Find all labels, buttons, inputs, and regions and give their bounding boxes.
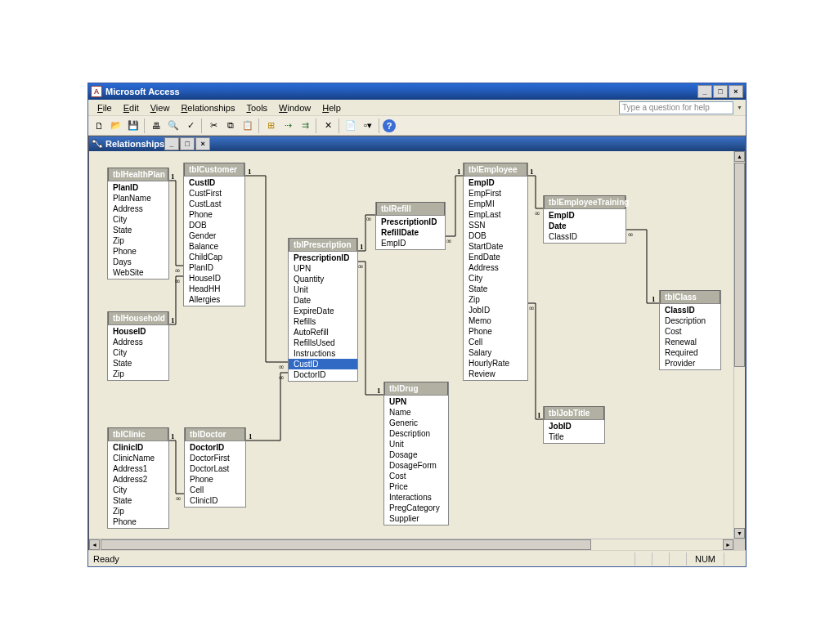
table-field[interactable]: CustFirst: [184, 188, 244, 199]
child-title-bar[interactable]: Relationships _ □ ×: [89, 136, 745, 151]
table-field[interactable]: StartDate: [464, 241, 527, 252]
scroll-thumb-h[interactable]: [101, 539, 591, 550]
table-field[interactable]: CustID: [184, 177, 244, 188]
table-field[interactable]: ExpireDate: [289, 306, 357, 316]
show-direct-icon[interactable]: ⇢: [280, 118, 296, 134]
table-field[interactable]: Generic: [384, 418, 448, 428]
table-field[interactable]: Balance: [184, 241, 244, 252]
table-field[interactable]: City: [108, 214, 168, 225]
table-field[interactable]: Required: [660, 347, 720, 358]
table-field[interactable]: Date: [289, 295, 357, 306]
horizontal-scrollbar[interactable]: ◄ ►: [89, 539, 733, 550]
table-field[interactable]: Price: [384, 481, 448, 492]
minimize-button[interactable]: _: [697, 85, 712, 98]
table-field[interactable]: City: [464, 273, 527, 284]
table-field[interactable]: Unit: [289, 284, 357, 295]
scroll-left-icon[interactable]: ◄: [89, 539, 100, 550]
table-field[interactable]: DOB: [184, 220, 244, 230]
table-field[interactable]: PlanName: [108, 193, 168, 203]
table-field[interactable]: SSN: [464, 220, 527, 230]
table-field[interactable]: Phone: [184, 209, 244, 220]
table-tblDoctor[interactable]: tblDoctorDoctorIDDoctorFirstDoctorLastPh…: [184, 427, 246, 508]
table-field[interactable]: Zip: [108, 506, 168, 517]
table-field[interactable]: DoctorID: [185, 442, 245, 453]
table-field[interactable]: UPN: [289, 263, 357, 274]
table-header[interactable]: tblHealthPlan: [108, 168, 168, 181]
table-header[interactable]: tblJobTitle: [544, 406, 604, 420]
table-field[interactable]: DoctorFirst: [185, 453, 245, 463]
table-field[interactable]: Provider: [660, 358, 720, 369]
menu-edit[interactable]: Edit: [118, 101, 145, 114]
table-tblHousehold[interactable]: tblHouseholdHouseIDAddressCityStateZip: [107, 311, 169, 381]
table-field[interactable]: EmpLast: [464, 209, 527, 220]
table-tblEmployeeTraining[interactable]: tblEmployeeTrainingEmpIDDateClassID: [543, 195, 626, 244]
table-field[interactable]: PlanID: [108, 182, 168, 193]
table-field[interactable]: Cell: [185, 485, 245, 495]
menu-tools[interactable]: Tools: [240, 101, 273, 114]
table-field[interactable]: HourlyRate: [464, 358, 527, 369]
table-field[interactable]: Memo: [464, 315, 527, 326]
relationships-canvas[interactable]: 1 ∞ 1 ∞ 1 ∞ 1 ∞ 1 ∞: [89, 151, 745, 550]
table-field[interactable]: PlanID: [184, 262, 244, 273]
vertical-scrollbar[interactable]: ▲ ▼: [733, 151, 745, 539]
table-field[interactable]: State: [108, 495, 168, 506]
table-field[interactable]: CustID: [289, 359, 357, 369]
table-tblJobTitle[interactable]: tblJobTitleJobIDTitle: [543, 406, 605, 444]
help-search-box[interactable]: Type a question for help: [619, 101, 733, 114]
table-field[interactable]: Date: [544, 221, 626, 231]
table-field[interactable]: Zip: [108, 235, 168, 246]
menu-relationships[interactable]: Relationships: [175, 101, 240, 114]
table-field[interactable]: Days: [108, 257, 168, 267]
table-field[interactable]: ChildCap: [184, 252, 244, 262]
show-all-icon[interactable]: ⇉: [297, 118, 313, 134]
table-field[interactable]: Title: [544, 432, 604, 442]
table-field[interactable]: PregCategory: [384, 503, 448, 513]
menu-window[interactable]: Window: [273, 101, 316, 114]
table-field[interactable]: Unit: [384, 439, 448, 449]
new-icon[interactable]: 🗋: [91, 118, 107, 134]
save-icon[interactable]: 💾: [125, 118, 141, 134]
table-header[interactable]: tblCustomer: [184, 163, 244, 177]
table-tblClass[interactable]: tblClassClassIDDescriptionCostRenewalReq…: [659, 290, 721, 370]
child-maximize-button[interactable]: □: [180, 137, 195, 150]
table-field[interactable]: RefillsUsed: [289, 338, 357, 348]
scroll-right-icon[interactable]: ►: [723, 539, 733, 550]
table-tblPrescription[interactable]: tblPrescriptionPrescriptionIDUPNQuantity…: [288, 238, 358, 382]
table-field[interactable]: ClassID: [544, 231, 626, 242]
help-icon[interactable]: ?: [383, 119, 396, 132]
table-field[interactable]: Zip: [108, 369, 168, 379]
close-button[interactable]: ×: [729, 85, 743, 98]
table-tblDrug[interactable]: tblDrugUPNNameGenericDescriptionUnitDosa…: [383, 382, 449, 525]
size-grip[interactable]: [733, 539, 745, 550]
table-field[interactable]: Address: [108, 337, 168, 347]
table-field[interactable]: Cell: [464, 337, 527, 347]
delete-icon[interactable]: ✕: [320, 118, 336, 134]
table-field[interactable]: EmpID: [544, 210, 626, 221]
menu-view[interactable]: View: [145, 101, 176, 114]
table-field[interactable]: City: [108, 485, 168, 495]
copy-icon[interactable]: ⧉: [222, 118, 239, 134]
table-field[interactable]: Salary: [464, 347, 527, 358]
table-field[interactable]: Dosage: [384, 449, 448, 460]
table-field[interactable]: DOB: [464, 230, 527, 241]
table-field[interactable]: DosageForm: [384, 460, 448, 471]
table-field[interactable]: State: [108, 225, 168, 235]
open-icon[interactable]: 📂: [108, 118, 124, 134]
paste-icon[interactable]: 📋: [240, 118, 256, 134]
table-tblCustomer[interactable]: tblCustomerCustIDCustFirstCustLastPhoneD…: [183, 163, 245, 306]
help-dropdown-icon[interactable]: ▼: [737, 105, 742, 110]
child-minimize-button[interactable]: _: [164, 137, 179, 150]
table-field[interactable]: HeadHH: [184, 284, 244, 294]
title-bar[interactable]: A Microsoft Access _ □ ×: [88, 83, 746, 100]
window-icon[interactable]: ▫▾: [360, 118, 376, 134]
table-field[interactable]: ClinicID: [185, 495, 245, 506]
table-field[interactable]: Phone: [108, 246, 168, 257]
table-field[interactable]: Description: [660, 315, 720, 326]
table-field[interactable]: Review: [464, 369, 527, 379]
table-field[interactable]: EmpFirst: [464, 188, 527, 199]
table-header[interactable]: tblClinic: [108, 427, 168, 441]
table-field[interactable]: Renewal: [660, 337, 720, 347]
menu-file[interactable]: File: [92, 101, 118, 114]
table-field[interactable]: Phone: [464, 326, 527, 337]
table-field[interactable]: Supplier: [384, 513, 448, 524]
